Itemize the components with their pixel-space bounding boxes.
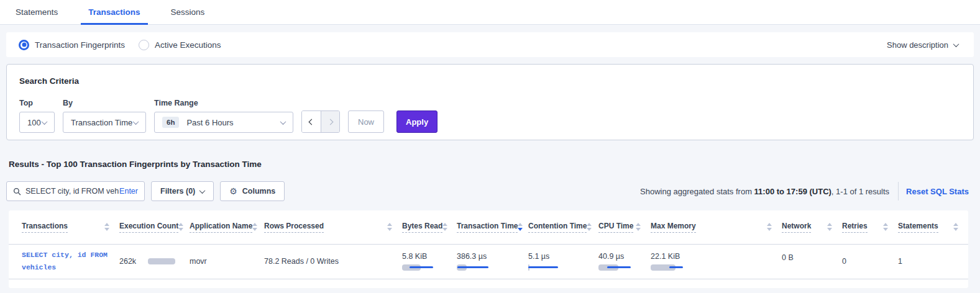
apply-button[interactable]: Apply: [396, 110, 437, 133]
radio-unselected-icon: [139, 40, 149, 50]
chevron-down-icon: [953, 41, 959, 47]
next-time-range-button[interactable]: [321, 111, 339, 132]
search-criteria-card: Search Criteria Top 100 By Transaction T…: [6, 64, 974, 140]
radio-transaction-fingerprints[interactable]: Transaction Fingerprints: [19, 40, 125, 50]
transaction-time-cell: 386.3 µs: [457, 252, 528, 271]
cpu-time-bar: [598, 264, 651, 271]
search-criteria-title: Search Criteria: [19, 76, 961, 86]
column-header-transactions[interactable]: Transactions: [9, 210, 119, 244]
top-select[interactable]: 100: [19, 112, 55, 133]
reset-sql-stats-link[interactable]: Reset SQL Stats: [906, 187, 969, 196]
results-table-card: Transactions Execution Count Application…: [9, 210, 968, 288]
sort-icon: [827, 223, 832, 231]
columns-label: Columns: [242, 187, 275, 196]
execution-count-value: 262k: [119, 257, 136, 266]
application-name-cell: movr: [190, 257, 264, 266]
sort-icon: [587, 223, 592, 231]
previous-time-range-button[interactable]: [302, 111, 321, 132]
chevron-down-icon: [133, 119, 139, 125]
results-filter-row: Enter Filters (0) ⚙ Columns Showing aggr…: [6, 181, 971, 201]
stats-time-range: 11:00 to 17:59 (UTC): [754, 187, 831, 196]
column-header-statements[interactable]: Statements: [898, 210, 968, 244]
bytes-read-cell: 5.8 KiB: [402, 252, 457, 271]
page-tab-bar: Statements Transactions Sessions: [0, 0, 980, 25]
column-header-bytes-read[interactable]: Bytes Read: [402, 210, 457, 244]
transaction-fingerprint-link[interactable]: SELECT city, id FROM vehicles: [22, 249, 115, 274]
by-select[interactable]: Transaction Time: [63, 112, 146, 133]
tab-label: Transactions: [88, 7, 140, 17]
transactions-table: Transactions Execution Count Application…: [9, 210, 968, 279]
top-label: Top: [19, 99, 55, 107]
chevron-down-icon: [42, 119, 48, 125]
tab-label: Sessions: [171, 7, 205, 17]
view-toggle-card: Transaction Fingerprints Active Executio…: [6, 32, 974, 57]
column-header-network[interactable]: Network: [782, 210, 842, 244]
radio-selected-icon: [19, 40, 29, 50]
column-header-transaction-time[interactable]: Transaction Time: [457, 210, 528, 244]
column-header-cpu-time[interactable]: CPU Time: [598, 210, 651, 244]
sort-icon: [953, 223, 958, 231]
search-enter-button[interactable]: Enter: [119, 187, 138, 196]
column-header-rows-processed[interactable]: Rows Processed: [264, 210, 402, 244]
transaction-time-bar: [457, 264, 528, 271]
rows-processed-cell: 78.2 Reads / 0 Writes: [264, 257, 402, 266]
cpu-time-cell: 40.9 µs: [598, 252, 651, 271]
tab-statements[interactable]: Statements: [8, 1, 65, 25]
top-select-value: 100: [27, 118, 41, 127]
execution-count-cell: 262k: [119, 257, 190, 266]
show-description-label: Show description: [887, 40, 948, 50]
radio-label: Active Executions: [155, 40, 221, 50]
column-header-application-name[interactable]: Application Name: [190, 210, 264, 244]
filters-button[interactable]: Filters (0): [151, 181, 214, 201]
results-heading: Results - Top 100 Transaction Fingerprin…: [9, 160, 971, 169]
top-field: Top 100: [19, 99, 55, 133]
by-select-value: Transaction Time: [71, 118, 132, 127]
time-range-pager: [301, 110, 340, 133]
time-range-value: Past 6 Hours: [186, 118, 233, 127]
aggregated-stats-note: Showing aggregated stats from 11:00 to 1…: [640, 187, 889, 196]
search-input[interactable]: [25, 187, 119, 196]
chevron-left-icon: [308, 119, 314, 125]
show-description-toggle[interactable]: Show description: [887, 40, 958, 50]
tab-sessions[interactable]: Sessions: [163, 1, 213, 25]
chevron-down-icon: [280, 119, 286, 125]
columns-button[interactable]: ⚙ Columns: [220, 181, 285, 201]
gear-icon: ⚙: [229, 187, 237, 196]
contention-time-bar: [528, 264, 598, 271]
filters-label: Filters (0): [160, 187, 195, 196]
retries-cell: 0: [842, 257, 898, 266]
statements-count-cell: 1: [898, 257, 968, 266]
search-icon: [13, 187, 21, 196]
search-criteria-controls: Top 100 By Transaction Time Time Range 6…: [19, 99, 961, 133]
table-row: SELECT city, id FROM vehicles 262k movr …: [9, 244, 968, 279]
sort-icon: [387, 223, 392, 231]
contention-time-cell: 5.1 µs: [528, 252, 598, 271]
chevron-right-icon: [327, 119, 334, 125]
time-range-field: Time Range 6h Past 6 Hours: [154, 99, 293, 133]
table-header-row: Transactions Execution Count Application…: [9, 210, 968, 244]
sort-icon: [178, 223, 183, 231]
time-range-badge: 6h: [162, 117, 179, 128]
sort-icon: [252, 223, 257, 231]
column-header-contention-time[interactable]: Contention Time: [528, 210, 598, 244]
max-memory-bar: [651, 264, 782, 271]
max-memory-cell: 22.1 KiB: [651, 252, 782, 271]
column-header-max-memory[interactable]: Max Memory: [651, 210, 782, 244]
time-range-select[interactable]: 6h Past 6 Hours: [154, 112, 293, 133]
column-header-execution-count[interactable]: Execution Count: [119, 210, 190, 244]
sort-icon: [442, 223, 447, 231]
sort-icon: [636, 223, 641, 231]
chevron-down-icon: [199, 187, 206, 194]
now-button[interactable]: Now: [348, 110, 384, 133]
by-field: By Transaction Time: [63, 99, 146, 133]
radio-label: Transaction Fingerprints: [35, 40, 125, 50]
network-cell: 0 B: [782, 245, 842, 262]
time-range-label: Time Range: [154, 99, 293, 107]
sort-descending-icon: [518, 223, 523, 231]
column-header-retries[interactable]: Retries: [842, 210, 898, 244]
divider: [898, 182, 899, 201]
bytes-read-bar: [402, 264, 457, 271]
radio-active-executions[interactable]: Active Executions: [139, 40, 221, 50]
tab-transactions[interactable]: Transactions: [81, 1, 147, 25]
search-box: Enter: [6, 181, 145, 201]
